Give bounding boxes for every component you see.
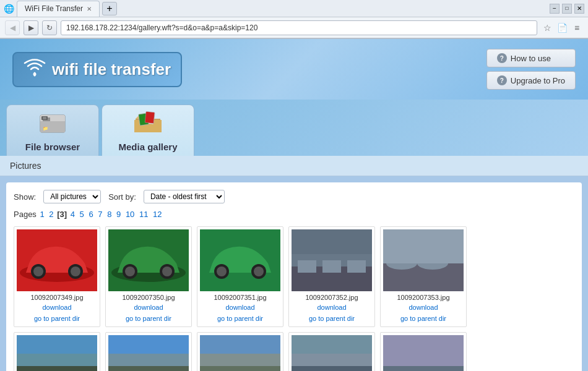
wifi-icon bbox=[24, 58, 46, 81]
media-gallery-label: Media gallery bbox=[118, 142, 177, 152]
list-item: 10092007350.jpg download go to parent di… bbox=[105, 226, 192, 327]
parent-link-2[interactable]: go to parent dir bbox=[200, 313, 280, 325]
thumbnail-6[interactable] bbox=[108, 335, 189, 371]
page-5-link[interactable]: 5 bbox=[80, 210, 84, 219]
svg-point-23 bbox=[125, 267, 135, 276]
maximize-btn[interactable]: □ bbox=[562, 4, 572, 14]
thumbnail-4[interactable] bbox=[383, 229, 464, 291]
bookmark-star-icon[interactable]: ☆ bbox=[541, 22, 553, 34]
download-link-4[interactable]: download bbox=[383, 302, 464, 313]
page-9-link[interactable]: 9 bbox=[116, 210, 121, 219]
svg-rect-57 bbox=[383, 335, 464, 366]
svg-rect-43 bbox=[17, 366, 97, 371]
breadcrumb-bar: Pictures bbox=[0, 156, 588, 176]
svg-rect-13 bbox=[145, 111, 155, 123]
parent-link-0[interactable]: go to parent dir bbox=[17, 313, 97, 325]
list-item bbox=[288, 332, 375, 371]
thumbnail-2[interactable] bbox=[200, 229, 280, 291]
thumbnail-7[interactable] bbox=[200, 335, 280, 371]
how-to-use-label: How to use bbox=[511, 54, 551, 63]
page-icon[interactable]: 📄 bbox=[556, 22, 568, 34]
forward-btn[interactable]: ▶ bbox=[24, 20, 38, 35]
image-actions-3: download go to parent dir bbox=[292, 302, 372, 324]
header-buttons: ? How to use ? Upgrade to Pro bbox=[486, 49, 576, 90]
thumbnail-9[interactable] bbox=[383, 335, 464, 371]
svg-point-19 bbox=[71, 267, 80, 276]
gallery-toolbar: Show: All pictures Photos Videos Sort by… bbox=[14, 190, 574, 203]
image-actions-0: download go to parent dir bbox=[17, 302, 97, 324]
image-actions-4: download go to parent dir bbox=[383, 302, 464, 324]
upgrade-pro-btn[interactable]: ? Upgrade to Pro bbox=[486, 71, 576, 90]
title-bar: 🌐 WiFi File Transfer ✕ + − □ ✕ bbox=[0, 0, 588, 17]
show-select[interactable]: All pictures Photos Videos bbox=[43, 190, 101, 203]
logo-area: wifi file transfer bbox=[12, 52, 182, 87]
svg-rect-56 bbox=[383, 366, 464, 371]
list-item bbox=[197, 332, 283, 371]
tab-title: WiFi File Transfer bbox=[25, 4, 83, 13]
filename-1: 10092007350.jpg bbox=[108, 294, 189, 301]
list-item: 10092007353.jpg download go to parent di… bbox=[380, 226, 467, 327]
page-current: [3] bbox=[57, 210, 67, 219]
download-link-3[interactable]: download bbox=[292, 302, 372, 313]
minimize-btn[interactable]: − bbox=[550, 4, 560, 14]
filename-2: 10092007351.jpg bbox=[200, 294, 280, 301]
page-2-link[interactable]: 2 bbox=[49, 210, 53, 219]
download-link-0[interactable]: download bbox=[17, 302, 97, 313]
page-content: wifi file transfer ? How to use ? Upgrad… bbox=[0, 39, 588, 371]
download-link-1[interactable]: download bbox=[108, 302, 189, 313]
thumbnail-8[interactable] bbox=[292, 335, 372, 371]
page-12-link[interactable]: 12 bbox=[153, 210, 162, 219]
list-item bbox=[380, 332, 467, 371]
nav-bar: ◀ ▶ ↻ 192.168.178.22:1234/gallery.wft?s=… bbox=[0, 17, 588, 38]
image-actions-2: download go to parent dir bbox=[200, 302, 280, 324]
window-controls: − □ ✕ bbox=[550, 4, 584, 14]
thumbnail-0[interactable] bbox=[17, 229, 97, 291]
address-text: 192.168.178.22:1234/gallery.wft?s=d&o=a&… bbox=[66, 23, 257, 32]
sort-select[interactable]: Date - oldest first Date - newest first … bbox=[144, 190, 225, 203]
download-link-2[interactable]: download bbox=[200, 302, 280, 313]
thumbnail-5[interactable] bbox=[17, 335, 97, 371]
browser-tab[interactable]: WiFi File Transfer ✕ bbox=[17, 1, 100, 17]
thumbnail-1[interactable] bbox=[108, 229, 189, 291]
svg-rect-35 bbox=[322, 260, 341, 273]
pagination: Pages 1 2 [3] 4 5 6 7 8 9 10 11 12 bbox=[14, 210, 574, 219]
parent-link-1[interactable]: go to parent dir bbox=[108, 313, 189, 325]
list-item: 10092007351.jpg download go to parent di… bbox=[197, 226, 283, 327]
how-to-use-btn[interactable]: ? How to use bbox=[486, 49, 576, 67]
page-11-link[interactable]: 11 bbox=[139, 210, 148, 219]
filename-4: 10092007353.jpg bbox=[383, 294, 464, 301]
tab-media-gallery[interactable]: Media gallery bbox=[102, 104, 194, 156]
upgrade-qmark: ? bbox=[497, 75, 507, 85]
list-item bbox=[14, 332, 100, 371]
how-to-use-qmark: ? bbox=[497, 53, 507, 63]
image-grid-row2 bbox=[14, 332, 574, 371]
page-1-link[interactable]: 1 bbox=[40, 210, 44, 219]
svg-point-17 bbox=[33, 267, 43, 276]
menu-icon[interactable]: ≡ bbox=[571, 22, 583, 34]
page-10-link[interactable]: 10 bbox=[126, 210, 134, 219]
page-4-link[interactable]: 4 bbox=[71, 210, 75, 219]
page-8-link[interactable]: 8 bbox=[107, 210, 111, 219]
thumbnail-3[interactable] bbox=[292, 229, 372, 291]
svg-rect-53 bbox=[292, 366, 372, 371]
tab-file-browser[interactable]: 📁 File browser bbox=[6, 104, 99, 156]
tab-close-btn[interactable]: ✕ bbox=[87, 6, 92, 12]
pages-label: Pages bbox=[14, 210, 38, 219]
parent-link-4[interactable]: go to parent dir bbox=[383, 313, 464, 325]
breadcrumb: Pictures bbox=[10, 161, 41, 171]
reload-btn[interactable]: ↻ bbox=[42, 20, 57, 35]
app-header: wifi file transfer ? How to use ? Upgrad… bbox=[0, 39, 588, 100]
svg-point-28 bbox=[217, 267, 227, 276]
page-6-link[interactable]: 6 bbox=[89, 210, 93, 219]
svg-rect-48 bbox=[108, 354, 189, 366]
svg-rect-51 bbox=[200, 354, 280, 366]
file-browser-icon: 📁 bbox=[38, 110, 67, 140]
parent-link-3[interactable]: go to parent dir bbox=[292, 313, 372, 325]
back-btn[interactable]: ◀ bbox=[5, 20, 20, 35]
list-item: 10092007352.jpg download go to parent di… bbox=[288, 226, 375, 327]
close-btn[interactable]: ✕ bbox=[574, 4, 584, 14]
new-tab-btn[interactable]: + bbox=[102, 2, 117, 15]
svg-rect-44 bbox=[17, 354, 97, 366]
address-bar[interactable]: 192.168.178.22:1234/gallery.wft?s=d&o=a&… bbox=[61, 20, 537, 35]
page-7-link[interactable]: 7 bbox=[98, 210, 102, 219]
